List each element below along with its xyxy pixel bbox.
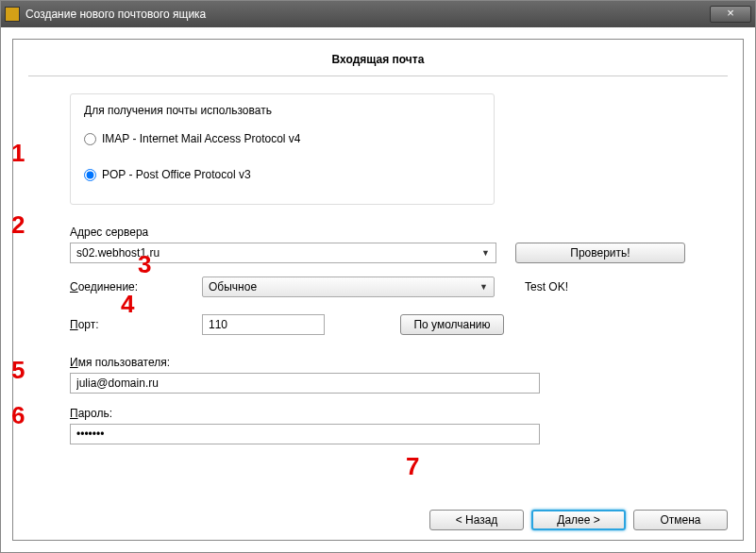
chevron-down-icon: ▼ bbox=[479, 282, 488, 292]
username-input[interactable] bbox=[70, 373, 540, 394]
server-combo[interactable]: s02.webhost1.ru ▼ bbox=[70, 243, 496, 263]
username-block: Имя пользователя: bbox=[70, 356, 714, 394]
wizard-window: Создание нового почтового ящика × Входящ… bbox=[0, 0, 756, 553]
outer-frame: Входящая почта 1 2 3 4 5 6 7 Для получен… bbox=[1, 27, 755, 552]
protocol-group: Для получения почты использовать IMAP - … bbox=[70, 93, 495, 205]
connection-status: Test OK! bbox=[525, 280, 568, 293]
window-title: Создание нового почтового ящика bbox=[25, 8, 710, 21]
port-input[interactable] bbox=[202, 314, 325, 335]
password-label: Пароль: bbox=[70, 407, 714, 420]
annotation-marker-2: 2 bbox=[11, 210, 25, 240]
server-block: Адрес сервера s02.webhost1.ru ▼ Проверит… bbox=[70, 226, 714, 263]
radio-pop[interactable]: POP - Post Office Protocol v3 bbox=[84, 162, 480, 187]
default-port-button[interactable]: По умолчанию bbox=[400, 314, 504, 335]
radio-pop-label: POP - Post Office Protocol v3 bbox=[102, 168, 251, 181]
password-input[interactable] bbox=[70, 424, 540, 444]
username-label: Имя пользователя: bbox=[70, 356, 714, 369]
verify-button[interactable]: Проверить! bbox=[515, 243, 685, 263]
password-block: Пароль: bbox=[70, 407, 714, 444]
annotation-marker-4: 4 bbox=[121, 290, 134, 319]
page-title: Входящая почта bbox=[13, 40, 743, 75]
app-icon bbox=[5, 7, 20, 22]
annotation-marker-7: 7 bbox=[406, 452, 419, 481]
chevron-down-icon: ▼ bbox=[481, 248, 490, 258]
connection-row: ССоединение:оединение: Обычное ▼ Test OK… bbox=[70, 276, 714, 297]
protocol-group-label: Для получения почты использовать bbox=[84, 104, 480, 117]
connection-value: Обычное bbox=[209, 280, 257, 293]
radio-imap-input[interactable] bbox=[84, 133, 96, 145]
close-button[interactable]: × bbox=[710, 6, 751, 23]
annotation-marker-3: 3 bbox=[138, 250, 151, 279]
annotation-marker-5: 5 bbox=[11, 356, 25, 385]
annotation-marker-1: 1 bbox=[11, 139, 25, 168]
connection-combo[interactable]: Обычное ▼ bbox=[202, 276, 495, 297]
port-label: Порт: bbox=[70, 318, 202, 331]
titlebar: Создание нового почтового ящика × bbox=[1, 1, 755, 27]
radio-pop-input[interactable] bbox=[84, 169, 96, 181]
content-area: 1 2 3 4 5 6 7 Для получения почты исполь… bbox=[13, 76, 743, 500]
radio-imap-label: IMAP - Internet Mail Access Protocol v4 bbox=[102, 132, 301, 145]
inner-panel: Входящая почта 1 2 3 4 5 6 7 Для получен… bbox=[12, 39, 744, 541]
radio-imap[interactable]: IMAP - Internet Mail Access Protocol v4 bbox=[84, 126, 480, 151]
port-row: Порт: По умолчанию bbox=[70, 314, 714, 335]
back-button[interactable]: < Назад bbox=[429, 510, 524, 530]
connection-label: ССоединение:оединение: bbox=[70, 280, 202, 293]
button-bar: < Назад Далее > Отмена bbox=[13, 500, 743, 540]
next-button[interactable]: Далее > bbox=[531, 510, 626, 530]
server-label: Адрес сервера bbox=[70, 226, 714, 239]
annotation-marker-6: 6 bbox=[11, 401, 25, 430]
cancel-button[interactable]: Отмена bbox=[633, 510, 728, 530]
